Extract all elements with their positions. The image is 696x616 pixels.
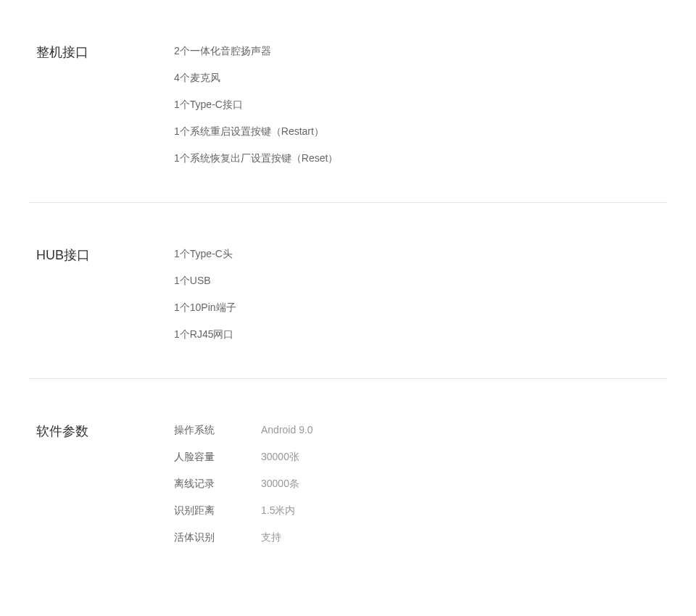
spec-label: 操作系统 xyxy=(174,423,261,438)
section-title: 软件参数 xyxy=(36,423,174,545)
spec-line: 2个一体化音腔扬声器 xyxy=(174,43,667,59)
spec-line: 1个系统重启设置按键（Restart） xyxy=(174,124,667,139)
spec-section-hub-ports: HUB接口 1个Type-C头 1个USB 1个10Pin端子 1个RJ45网口 xyxy=(0,203,696,378)
spec-value: Android 9.0 xyxy=(261,423,313,438)
section-content: 操作系统 Android 9.0 人脸容量 30000张 离线记录 30000条… xyxy=(174,423,667,545)
spec-row: 活体识别 支持 xyxy=(174,530,667,545)
spec-row: 人脸容量 30000张 xyxy=(174,449,667,465)
section-content: 1个Type-C头 1个USB 1个10Pin端子 1个RJ45网口 xyxy=(174,246,667,342)
spec-row: 离线记录 30000条 xyxy=(174,476,667,491)
spec-section-software: 软件参数 操作系统 Android 9.0 人脸容量 30000张 离线记录 3… xyxy=(0,379,696,581)
section-title: 整机接口 xyxy=(36,43,174,166)
spec-line: 1个USB xyxy=(174,273,667,288)
section-content: 2个一体化音腔扬声器 4个麦克风 1个Type-C接口 1个系统重启设置按键（R… xyxy=(174,43,667,166)
spec-label: 活体识别 xyxy=(174,530,261,545)
spec-value: 30000条 xyxy=(261,476,299,491)
spec-label: 离线记录 xyxy=(174,476,261,491)
spec-line: 1个Type-C接口 xyxy=(174,97,667,112)
spec-row: 识别距离 1.5米内 xyxy=(174,503,667,518)
spec-line: 1个RJ45网口 xyxy=(174,327,667,342)
spec-line: 1个Type-C头 xyxy=(174,246,667,262)
spec-row: 操作系统 Android 9.0 xyxy=(174,423,667,438)
spec-line: 1个系统恢复出厂设置按键（Reset） xyxy=(174,151,667,166)
section-title: HUB接口 xyxy=(36,246,174,342)
spec-line: 1个10Pin端子 xyxy=(174,300,667,315)
spec-value: 1.5米内 xyxy=(261,503,295,518)
spec-section-machine-ports: 整机接口 2个一体化音腔扬声器 4个麦克风 1个Type-C接口 1个系统重启设… xyxy=(0,0,696,202)
spec-value: 支持 xyxy=(261,530,281,545)
spec-label: 人脸容量 xyxy=(174,449,261,465)
spec-line: 4个麦克风 xyxy=(174,70,667,86)
spec-label: 识别距离 xyxy=(174,503,261,518)
spec-value: 30000张 xyxy=(261,449,299,465)
